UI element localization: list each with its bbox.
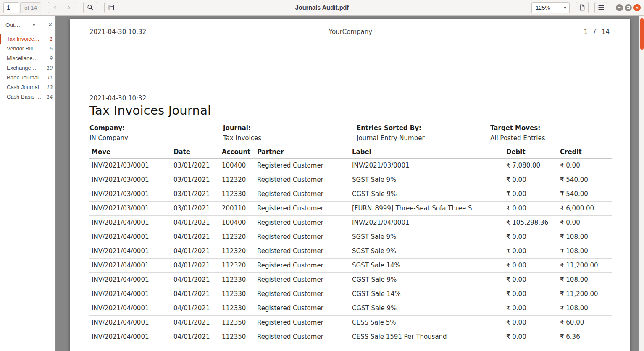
table-row: INV/2021/04/000104/01/2021112330Register… <box>89 301 612 316</box>
report-header-page: 1 / 14 <box>584 29 610 35</box>
table-cell: ₹ 11,200.00 <box>558 287 612 301</box>
meta-label: Company: <box>89 125 223 131</box>
search-button[interactable] <box>83 2 97 13</box>
close-icon: × <box>636 5 638 10</box>
outline-item[interactable]: Exchange … 10 <box>0 63 55 73</box>
table-row: INV/2021/04/000104/01/2021112320Register… <box>89 259 612 273</box>
table-cell: Registered Customer <box>255 287 350 301</box>
report-header: 2021-04-30 10:32 YourCompany 1 / 14 <box>89 29 612 35</box>
table-cell: 04/01/2021 <box>171 230 220 244</box>
toolbar: of 14 ‹ › Journals Audit.pdf 125 <box>0 0 644 16</box>
table-cell: ₹ 540.00 <box>558 187 612 202</box>
table-column-header: Move <box>89 146 171 159</box>
outline-item-page: 14 <box>47 94 53 100</box>
table-cell: ₹ 0.00 <box>504 273 558 287</box>
chevron-right-icon: › <box>68 3 70 11</box>
meta-value: Tax Invoices <box>223 135 357 141</box>
sidebar-view-dropdown[interactable]: Out… <box>5 22 20 28</box>
outline-item[interactable]: Cash Journal 13 <box>0 82 55 92</box>
table-row: INV/2021/03/000103/01/2021112330Register… <box>89 187 612 202</box>
chevron-down-icon[interactable]: ▾ <box>33 23 35 27</box>
table-cell: ₹ 0.00 <box>504 187 558 202</box>
table-row: INV/2021/03/000103/01/2021112320Register… <box>89 173 612 187</box>
table-cell: 04/01/2021 <box>171 244 220 259</box>
table-cell: INV/2021/03/0001 <box>89 159 171 173</box>
outline-item[interactable]: Cash Basis … 14 <box>0 92 55 102</box>
table-cell: 100400 <box>220 159 255 173</box>
table-cell: INV/2021/03/0001 <box>350 159 504 173</box>
table-cell: SGST Sale 9% <box>350 230 504 244</box>
outline-item[interactable]: Miscellane… 9 <box>0 53 55 63</box>
scrollbar-thumb[interactable] <box>640 18 644 50</box>
table-cell: INV/2021/04/0001 <box>89 287 171 301</box>
table-cell: INV/2021/04/0001 <box>89 244 171 259</box>
table-cell: SGST Sale 14% <box>350 259 504 273</box>
outline-item-label: Exchange … <box>7 65 45 71</box>
table-cell: Registered Customer <box>255 330 350 344</box>
annotations-button[interactable] <box>104 2 118 13</box>
table-cell: 03/01/2021 <box>171 159 220 173</box>
table-cell: ₹ 108.00 <box>558 273 612 287</box>
hamburger-menu-icon <box>598 5 605 10</box>
minimize-icon: − <box>618 5 620 10</box>
table-cell: Registered Customer <box>255 202 350 216</box>
table-row: INV/2021/04/000104/01/2021112330Register… <box>89 273 612 287</box>
outline-item-page: 13 <box>47 84 53 90</box>
vertical-scrollbar[interactable] <box>639 16 644 351</box>
table-cell: INV/2021/04/0001 <box>89 316 171 330</box>
outline-item[interactable]: Bank Journal 11 <box>0 73 55 82</box>
note-icon <box>108 4 115 11</box>
maximize-button[interactable] <box>625 4 632 11</box>
save-button[interactable] <box>576 2 589 13</box>
table-row: INV/2021/04/000104/01/2021112320Register… <box>89 230 612 244</box>
table-cell: INV/2021/04/0001 <box>89 330 171 344</box>
table-column-header: Partner <box>255 146 350 159</box>
table-cell: ₹ 0.00 <box>504 173 558 187</box>
window-title: Journals Audit.pdf <box>295 4 349 11</box>
zoom-level-select[interactable]: 125% ▾ <box>531 2 570 13</box>
next-page-button[interactable]: › <box>62 2 76 13</box>
report-title: Tax Invoices Journal <box>89 103 612 118</box>
minimize-button[interactable]: − <box>616 4 623 11</box>
meta-column: Entries Sorted By: Journal Entry Number <box>357 125 490 141</box>
sidebar-close-button[interactable]: × <box>48 21 52 28</box>
table-cell: 04/01/2021 <box>171 301 220 316</box>
table-cell: ₹ 108.00 <box>558 230 612 244</box>
table-cell: INV/2021/04/0001 <box>89 301 171 316</box>
table-cell: ₹ 0.00 <box>504 230 558 244</box>
table-cell: INV/2021/04/0001 <box>89 273 171 287</box>
table-cell: ₹ 108.00 <box>558 244 612 259</box>
table-cell: INV/2021/03/0001 <box>89 202 171 216</box>
table-cell: Registered Customer <box>255 159 350 173</box>
outline-item[interactable]: Tax Invoice… 1 <box>0 34 55 44</box>
chevron-left-icon: ‹ <box>54 3 56 11</box>
table-cell: CESS Sale 5% <box>350 316 504 330</box>
document-viewer: 2021-04-30 10:32 YourCompany 1 / 14 2021… <box>56 16 644 351</box>
table-cell: Registered Customer <box>255 316 350 330</box>
outline-item-page: 10 <box>47 65 53 71</box>
meta-column: Journal: Tax Invoices <box>223 125 357 141</box>
table-cell: ₹ 0.00 <box>504 202 558 216</box>
table-cell: 112330 <box>220 187 255 202</box>
table-row: INV/2021/04/000104/01/2021112320Register… <box>89 244 612 259</box>
table-cell: INV/2021/04/0001 <box>89 259 171 273</box>
previous-page-button[interactable]: ‹ <box>48 2 62 13</box>
table-cell: [FURN_8999] Three-Seat Sofa Three S <box>350 202 504 216</box>
menu-button[interactable] <box>594 2 607 13</box>
meta-label: Target Moves: <box>490 125 612 131</box>
sidebar: Out… ▾ × Tax Invoice… 1 Vendor Bill… 6 M… <box>0 16 56 351</box>
table-cell: ₹ 0.00 <box>504 287 558 301</box>
page-number-input[interactable] <box>3 2 19 13</box>
outline-item[interactable]: Vendor Bill… 6 <box>0 44 55 53</box>
table-row: INV/2021/03/000103/01/2021200110Register… <box>89 202 612 216</box>
table-cell: 112320 <box>220 244 255 259</box>
page-nav-group: ‹ › <box>48 2 76 13</box>
table-cell: SGST Sale 9% <box>350 244 504 259</box>
table-cell: ₹ 11,200.00 <box>558 259 612 273</box>
outline-item-label: Cash Journal <box>7 84 45 90</box>
table-cell: ₹ 6,000.00 <box>558 202 612 216</box>
table-cell: 04/01/2021 <box>171 330 220 344</box>
table-cell: 03/01/2021 <box>171 173 220 187</box>
close-button[interactable]: × <box>633 4 641 11</box>
table-cell: INV/2021/04/0001 <box>89 230 171 244</box>
